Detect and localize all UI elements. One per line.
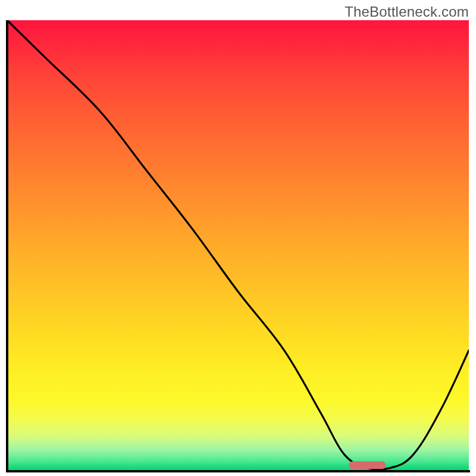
chart-svg [7, 20, 469, 472]
chart-curve-line [7, 20, 469, 469]
watermark-text: TheBottleneck.com [345, 4, 469, 20]
chart-highlight-marker [349, 461, 386, 469]
y-axis-line [6, 20, 8, 472]
x-axis-line [6, 470, 470, 472]
